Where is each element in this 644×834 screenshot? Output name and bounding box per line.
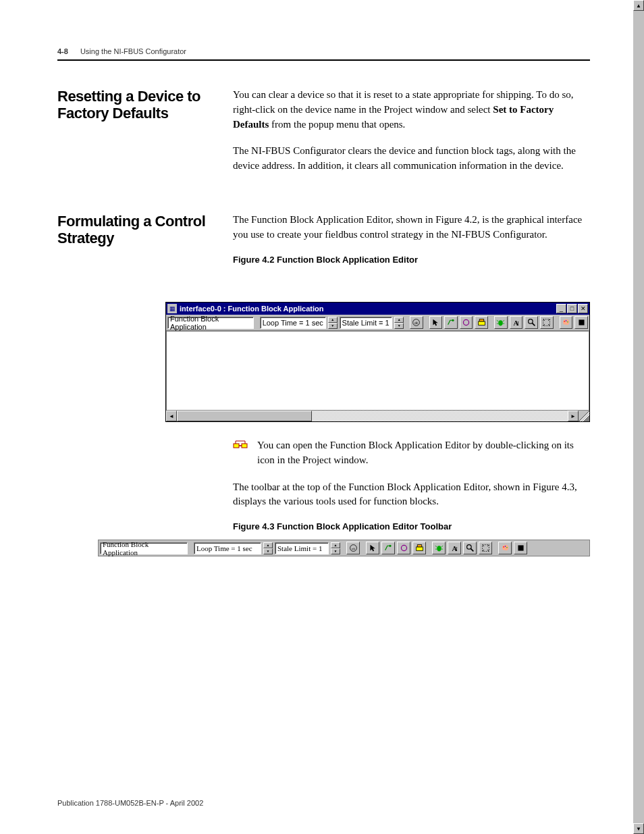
pointer-icon[interactable] [429,316,443,329]
header-rule [57,59,590,61]
vertical-scrollbar[interactable]: ▲▼ [633,0,644,834]
canvas-area[interactable] [166,331,589,411]
svg-rect-21 [242,444,247,448]
figure-4-2: ▦ interface0-0 : Function Block Applicat… [165,302,590,422]
svg-rect-20 [234,444,239,448]
page-number: 4-8 [57,47,68,55]
window-title: interface0-0 : Function Block Applicatio… [180,305,556,313]
svg-line-30 [435,546,436,547]
wire-icon-2[interactable] [381,542,395,554]
svg-point-16 [564,321,565,322]
toolbar-para: The toolbar at the top of the Function B… [233,480,590,510]
svg-rect-3 [464,320,469,325]
stale-limit-field-2[interactable]: Stale Limit = 1 [275,542,329,554]
palette-icon[interactable] [560,316,573,329]
loop-icon-2[interactable] [397,542,410,554]
zoom-icon[interactable] [525,316,538,329]
stop-icon[interactable] [574,316,588,329]
ok-icon-2[interactable]: ok [346,542,360,554]
svg-point-39 [503,546,504,548]
stale-limit-field[interactable]: Stale Limit = 1 [340,317,393,329]
app-name-field[interactable]: Function Block Application [167,317,254,329]
svg-text:ok: ok [352,547,355,550]
svg-rect-27 [416,547,423,551]
bug-icon-2[interactable] [432,542,446,554]
svg-point-40 [504,546,506,547]
svg-point-29 [437,546,441,551]
toolbar-standalone: Function Block Application Loop Time = 1… [99,540,589,556]
svg-point-6 [499,320,504,325]
maximize-button[interactable]: □ [567,304,577,313]
figure-4-3-caption: Figure 4.3 Function Block Application Ed… [233,521,590,531]
zoom-icon-2[interactable] [463,542,477,554]
chapter-title: Using the NI-FBUS Configurator [80,47,186,55]
reset-para-2: The NI-FBUS Configurator clears the devi… [233,144,590,174]
toolbar: Function Block Application Loop Time = 1… [166,315,589,331]
horizontal-scrollbar[interactable]: ◄ ► [166,411,589,421]
svg-text:ok: ok [414,321,419,325]
wire-icon[interactable] [444,316,458,329]
loop-time-field-2[interactable]: Loop Time = 1 sec [194,542,261,554]
minimize-button[interactable]: _ [556,304,566,313]
text-icon-2[interactable]: AI [448,542,461,554]
svg-line-7 [497,320,498,321]
svg-text:I: I [456,546,458,552]
editor-window: ▦ interface0-0 : Function Block Applicat… [165,302,590,422]
fit-icon[interactable] [540,316,554,329]
stop-icon-2[interactable] [514,542,527,554]
svg-text:I: I [517,321,519,327]
ok-icon[interactable]: ok [410,316,423,329]
loop-time-spinner-2[interactable]: ▲▼ [263,542,273,554]
figure-4-2-caption: Figure 4.2 Function Block Application Ed… [233,254,590,267]
svg-point-18 [567,321,568,323]
page-header: 4-8 Using the NI-FBUS Configurator [57,47,590,55]
section-formulate-strategy: Formulating a Control Strategy The Funct… [57,213,590,275]
figure-4-3: Figure 4.3 Function Block Application Ed… [98,521,590,556]
loop-time-spinner[interactable]: ▲▼ [328,317,338,329]
reset-para-1: You can clear a device so that it is res… [233,88,590,132]
svg-rect-5 [479,319,484,321]
titlebar: ▦ interface0-0 : Function Block Applicat… [166,303,589,315]
loop-time-field[interactable]: Loop Time = 1 sec [260,317,326,329]
block-icon[interactable] [475,316,488,329]
loop-icon[interactable] [460,316,473,329]
resize-grip[interactable] [579,411,589,421]
svg-point-36 [466,545,471,550]
app-icon: ▦ [167,304,177,313]
svg-rect-26 [401,546,406,551]
svg-point-17 [566,320,567,321]
app-name-field-2[interactable]: Function Block Application [100,542,188,554]
heading-formulate: Formulating a Control Strategy [57,213,233,275]
formulate-para-1: The Function Block Application Editor, s… [233,213,590,242]
svg-rect-28 [417,545,422,547]
stale-limit-spinner-2[interactable]: ▲▼ [331,542,340,554]
svg-point-2 [452,319,454,321]
tip-text: You can open the Function Block Applicat… [257,438,590,468]
block-icon-2[interactable] [412,542,426,554]
svg-rect-42 [518,546,523,551]
svg-line-8 [503,320,504,321]
fbap-icon [233,438,250,468]
svg-line-14 [532,323,535,325]
pointer-icon-2[interactable] [366,542,379,554]
svg-line-37 [471,548,473,551]
stale-limit-spinner[interactable]: ▲▼ [394,317,404,329]
svg-point-25 [389,545,391,547]
svg-line-31 [441,546,442,547]
text-icon[interactable]: AI [510,316,523,329]
fit-icon-2[interactable] [479,542,492,554]
svg-point-13 [528,319,533,324]
footer-publication: Publication 1788-UM052B-EN-P - April 200… [57,799,203,807]
tip-paragraph: You can open the Function Block Applicat… [233,438,590,468]
section-reset-device: Resetting a Device to Factory Defaults Y… [57,88,590,186]
svg-point-41 [506,547,508,548]
heading-reset: Resetting a Device to Factory Defaults [57,88,233,186]
close-button[interactable]: ✕ [578,304,588,313]
svg-rect-19 [579,320,584,325]
palette-icon-2[interactable] [498,542,512,554]
bug-icon[interactable] [494,316,508,329]
svg-rect-4 [478,321,485,325]
